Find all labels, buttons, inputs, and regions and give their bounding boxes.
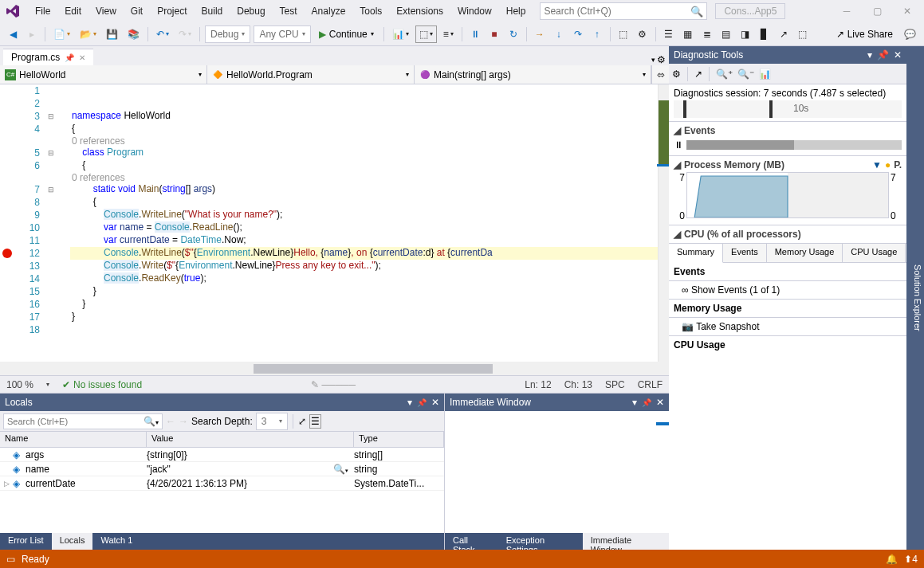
stop-button[interactable]: ■: [486, 25, 502, 43]
diag-timeline[interactable]: 10s: [674, 100, 902, 118]
menu-project[interactable]: Project: [151, 2, 193, 20]
pin-icon[interactable]: 📌: [877, 49, 889, 61]
menu-test[interactable]: Test: [273, 2, 304, 20]
tab-dropdown-icon[interactable]: ▾: [651, 56, 655, 64]
zoom-in-icon[interactable]: 🔍⁺: [716, 69, 733, 80]
select-tools-icon[interactable]: ↗: [694, 69, 702, 80]
reset-view-icon[interactable]: 📊: [759, 69, 771, 80]
tab-error-list[interactable]: Error List: [0, 533, 52, 550]
pin-icon[interactable]: 📌: [65, 53, 74, 62]
zoom-level[interactable]: 100 %: [6, 379, 33, 390]
issues-indicator[interactable]: ✔No issues found: [62, 379, 142, 390]
exception-settings-button[interactable]: ⚙: [635, 25, 651, 43]
locals-col-name[interactable]: Name: [0, 432, 147, 447]
solution-explorer-tab[interactable]: Solution Explorer: [906, 46, 924, 550]
step-out-button[interactable]: ↑: [589, 25, 605, 43]
step-into-button[interactable]: ↓: [551, 25, 567, 43]
close-tab-icon[interactable]: ✕: [79, 53, 85, 62]
breakpoints-button[interactable]: ⬚: [615, 25, 631, 43]
locals-row[interactable]: ◈ name "jack" 🔍▾ string: [0, 462, 444, 476]
editor-scrollbar-h[interactable]: [0, 362, 669, 375]
menu-git[interactable]: Git: [124, 2, 149, 20]
locals-search-input[interactable]: [7, 417, 144, 426]
step-over-button[interactable]: ↷: [570, 25, 586, 43]
open-button[interactable]: 📂▾: [77, 25, 100, 43]
diag-tab-summary[interactable]: Summary: [669, 244, 723, 263]
magnifier-icon[interactable]: 🔍▾: [333, 464, 354, 475]
toolbar-btn-3[interactable]: ≣: [699, 25, 715, 43]
tab-watch-1[interactable]: Watch 1: [92, 533, 140, 550]
toolbar-btn-7[interactable]: ↗: [776, 25, 792, 43]
editor-minimap[interactable]: [658, 84, 669, 362]
maximize-button[interactable]: ▢: [863, 2, 891, 20]
locals-grid[interactable]: Name Value Type ◈ args {string[0]} strin…: [0, 432, 444, 533]
menu-build[interactable]: Build: [195, 2, 230, 20]
tab-locals[interactable]: Locals: [52, 533, 93, 550]
diag-events-header[interactable]: ◢Events: [674, 125, 902, 136]
save-all-button[interactable]: 📚: [124, 25, 143, 43]
menu-window[interactable]: Window: [451, 2, 498, 20]
show-next-statement-button[interactable]: →: [532, 25, 548, 43]
file-tab-programcs[interactable]: Program.cs 📌 ✕: [3, 49, 93, 65]
menu-view[interactable]: View: [89, 2, 123, 20]
nav-project-dropdown[interactable]: C# HelloWorld ▾: [0, 65, 207, 84]
diag-tab-memory[interactable]: Memory Usage: [767, 244, 843, 262]
platform-dropdown[interactable]: Any CPU▾: [254, 25, 310, 43]
undo-button[interactable]: ↶▾: [153, 25, 172, 43]
settings-icon[interactable]: ⚙: [672, 69, 681, 80]
thread-button[interactable]: ⬚▾: [415, 25, 437, 43]
config-dropdown[interactable]: Debug▾: [205, 25, 250, 43]
locals-col-type[interactable]: Type: [354, 432, 444, 447]
output-icon[interactable]: ▭: [6, 554, 15, 565]
menu-tools[interactable]: Tools: [353, 2, 388, 20]
close-panel-icon[interactable]: ✕: [894, 49, 902, 61]
locals-toolbar-icon-1[interactable]: ⤢: [298, 416, 306, 427]
toolbar-btn-2[interactable]: ▦: [680, 25, 696, 43]
indent-indicator[interactable]: SPC: [605, 379, 625, 390]
tab-exception-settings[interactable]: Exception Settings: [498, 533, 583, 550]
global-search-box[interactable]: 🔍: [540, 2, 707, 20]
window-position-icon[interactable]: ▾: [632, 397, 637, 408]
menu-edit[interactable]: Edit: [58, 2, 88, 20]
pin-icon[interactable]: 📌: [642, 398, 651, 407]
stack-frame-button[interactable]: ≡▾: [440, 25, 457, 43]
diag-tab-events[interactable]: Events: [723, 244, 767, 262]
process-button[interactable]: 📊▾: [389, 25, 412, 43]
tab-settings-icon[interactable]: ⚙: [657, 54, 666, 65]
nav-class-dropdown[interactable]: 🔶 HelloWorld.Program ▾: [207, 65, 415, 84]
search-depth-dropdown[interactable]: 3▾: [256, 413, 288, 430]
nav-back-icon[interactable]: ←: [166, 416, 175, 427]
notifications-icon[interactable]: 🔔: [886, 554, 898, 565]
tab-call-stack[interactable]: Call Stack: [445, 533, 498, 550]
menu-debug[interactable]: Debug: [230, 2, 271, 20]
menu-analyze[interactable]: Analyze: [305, 2, 352, 20]
source-control-badge[interactable]: ⬆4: [904, 554, 918, 565]
pause-button[interactable]: ⏸: [467, 25, 483, 43]
toolbar-btn-4[interactable]: ▤: [718, 25, 734, 43]
back-button[interactable]: ◀: [5, 25, 21, 43]
feedback-button[interactable]: 💬: [901, 25, 919, 43]
restart-button[interactable]: ↻: [505, 25, 521, 43]
close-panel-icon[interactable]: ✕: [431, 397, 439, 408]
pin-icon[interactable]: 📌: [417, 398, 427, 407]
close-button[interactable]: ✕: [894, 2, 921, 20]
forward-button[interactable]: ▸: [24, 25, 40, 43]
new-project-button[interactable]: 📄▾: [50, 25, 73, 43]
redo-button[interactable]: ↷▾: [175, 25, 195, 43]
menu-file[interactable]: File: [29, 2, 57, 20]
window-position-icon[interactable]: ▾: [867, 49, 872, 61]
toolbar-btn-5[interactable]: ◨: [737, 25, 753, 43]
save-button[interactable]: 💾: [103, 25, 121, 43]
toolbar-btn-8[interactable]: ⬚: [795, 25, 811, 43]
global-search-input[interactable]: [544, 6, 690, 17]
diag-memory-header[interactable]: ◢Process Memory (MB) ▼ ● P.: [674, 159, 902, 170]
diag-tab-cpu[interactable]: CPU Usage: [843, 244, 906, 262]
take-snapshot-link[interactable]: 📷 Take Snapshot: [669, 318, 906, 336]
split-editor-icon[interactable]: ⬄: [651, 65, 669, 84]
expand-icon[interactable]: ▷: [0, 480, 13, 488]
live-share-button[interactable]: ↗ Live Share: [832, 27, 898, 41]
breakpoint-icon[interactable]: [2, 249, 12, 258]
nav-method-dropdown[interactable]: 🟣 Main(string[] args) ▾: [415, 65, 651, 84]
menu-help[interactable]: Help: [500, 2, 533, 20]
locals-col-value[interactable]: Value: [147, 432, 354, 447]
